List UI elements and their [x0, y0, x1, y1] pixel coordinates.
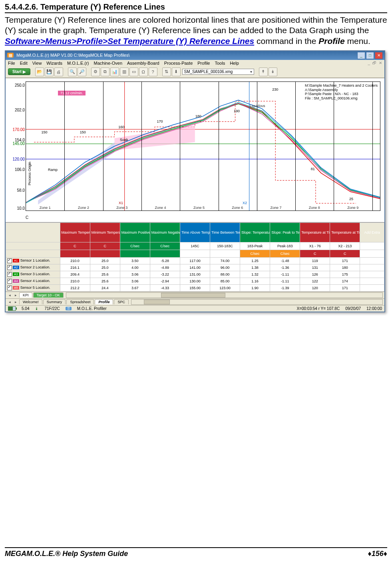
sheet-nav-left[interactable]: ◂	[7, 300, 12, 304]
soak-label: Soak	[120, 138, 128, 142]
tab-spreadsheet[interactable]: Spreadsheet	[66, 299, 94, 304]
liquidous-label: Liquidous	[250, 104, 265, 108]
col-time-between[interactable]: Time Between Temperature	[210, 222, 240, 242]
tool-icon-5[interactable]: ▭	[129, 68, 138, 76]
tab-summary[interactable]: Summary	[43, 299, 66, 304]
col-min-temp[interactable]: Minimum Temperature	[90, 222, 120, 242]
up-down-icon[interactable]: ⇅	[162, 68, 171, 76]
zone-label: Zone 6	[232, 206, 243, 210]
y-ref-label: 170.00	[6, 127, 25, 131]
footer-right: ♦156♦	[368, 550, 387, 558]
window-title-text: MegaM.O.L.E.(r) MAP V1.00 C:\MegaMOLE Ma…	[16, 53, 129, 58]
status-voltage: 5.04	[22, 306, 29, 311]
menu-bar: File Edit View Wizards M.O.L.E.(r) Machi…	[6, 60, 384, 66]
chevron-down-icon: ▾	[250, 70, 252, 74]
file-combo[interactable]: SM_SAMPLE_000106.xmg ▾	[182, 69, 254, 75]
plot-svg	[26, 82, 380, 211]
tab-profile[interactable]: Profile	[95, 299, 113, 304]
zone-setpoint: 150	[42, 130, 48, 134]
tool-icon-4[interactable]: ▥	[120, 68, 129, 76]
tab-welcome[interactable]: Welcome!	[19, 299, 42, 304]
grid-unit-row-2: C/sec C/sec C C	[6, 250, 384, 257]
grid-scrollbar[interactable]	[66, 292, 383, 298]
menu-tools[interactable]: Tools	[215, 61, 225, 66]
col-max-pos-slope[interactable]: Maximum Positive Slope	[120, 222, 150, 242]
table-row[interactable]: A3Sensor 3 Location.209.425.63.06-3.2213…	[6, 271, 384, 278]
kpi-tab-strip: ◂ ▸ KPI Target 10 - OK	[6, 292, 384, 298]
col-add-extra[interactable]: Add Extra	[360, 222, 384, 242]
close-button[interactable]: ✕	[375, 52, 383, 59]
toolbar: Start ▶ 📂 💾 🖨 🔍 🔎 ⚙ ⧉ 📊 ▥ ▭ Ω ? ⇅	[6, 66, 384, 78]
y-ref-label: 120.00	[6, 157, 25, 161]
section-heading: 5.4.4.2.6. Temperature (Y) Reference Lin…	[5, 2, 387, 13]
col-slope-peak-to[interactable]: Slope: Peak to Temperature	[270, 222, 300, 242]
y-tick: 250.0	[6, 83, 25, 87]
zone-label: Zone 5	[193, 206, 205, 210]
save-icon[interactable]: 💾	[45, 68, 54, 76]
intro-paragraph: Temperature (Y) Reference lines are colo…	[5, 15, 387, 46]
tab-kpi[interactable]: KPI	[19, 292, 32, 298]
tool-icon-3[interactable]: 📊	[110, 68, 119, 76]
table-row[interactable]: A1Sensor 1 Location.210.025.03.50-5.2811…	[6, 257, 384, 264]
minimize-button[interactable]: _	[357, 52, 365, 59]
menu-edit[interactable]: Edit	[20, 61, 28, 66]
grid-unit-row-1: C C C/sec C/sec 145C 150-183C 183-Peak P…	[6, 242, 384, 250]
tool-icon-1[interactable]: ⚙	[91, 68, 100, 76]
status-bar: 5.04 🌡 71F/22C ☰ M.O.L.E. Profiler X=00:…	[6, 305, 384, 312]
zone-setpoint: 160	[118, 125, 124, 129]
menu-assembly-board[interactable]: Assembly-Board	[127, 61, 159, 66]
menu-file[interactable]: File	[8, 61, 15, 66]
col-slope-to-peak[interactable]: Slope: Temperature to Peak	[240, 222, 270, 242]
open-icon[interactable]: 📂	[35, 68, 44, 76]
zone-label: Zone 1	[40, 206, 51, 210]
tab-spc[interactable]: SPC	[114, 299, 129, 304]
menu-process-paste[interactable]: Process-Paste	[164, 61, 193, 66]
file-combo-value: SM_SAMPLE_000106.xmg	[184, 70, 233, 74]
zoom-in-icon[interactable]: 🔍	[68, 68, 77, 76]
menu-machine-oven[interactable]: Machine-Oven	[94, 61, 122, 66]
tab-nav-right[interactable]: ▸	[13, 293, 18, 297]
application-screenshot: ▦ MegaM.O.L.E.(r) MAP V1.00 C:\MegaMOLE …	[5, 50, 385, 312]
zoom-out-icon[interactable]: 🔎	[78, 68, 86, 76]
ramp-label: Ramp	[48, 168, 58, 172]
col-max-neg-slope[interactable]: Maximum Negative Slope	[150, 222, 180, 242]
nav-up-icon[interactable]: ↟	[259, 68, 268, 76]
sheet-scrollbar[interactable]	[131, 299, 383, 305]
tab-nav-left[interactable]: ◂	[7, 293, 12, 297]
status-temperature: 71F/22C	[44, 306, 60, 311]
table-row[interactable]: A2Sensor 2 Location.216.125.04.00-4.8914…	[6, 264, 384, 271]
zone-label: Zone 3	[116, 206, 127, 210]
plot-area[interactable]: 71.12 cm/min. M:\Sample Machine_7 Heater…	[26, 81, 380, 211]
zone-label: Zone 4	[155, 206, 166, 210]
col-time-above[interactable]: Time Above Temperature Reference Rising …	[180, 222, 210, 242]
y-tick: 202.0	[6, 108, 25, 112]
menu-wizards[interactable]: Wizards	[46, 61, 62, 66]
table-row[interactable]: A4Sensor 4 Location.210.025.63.06-2.9413…	[6, 278, 384, 284]
reference-link[interactable]: Software>Menus>Profile>Set Temperature (…	[5, 36, 254, 46]
zone-setpoint: 25	[349, 197, 353, 201]
col-temp-x2[interactable]: Temperature at Time Reference	[330, 222, 360, 242]
zone-setpoint: 81	[311, 167, 315, 171]
menu-view[interactable]: View	[32, 61, 42, 66]
y-ref-label: 145.00	[6, 141, 25, 146]
nav-down-icon[interactable]: ↡	[269, 68, 277, 76]
sheet-nav-right[interactable]: ▸	[13, 300, 18, 304]
print-icon[interactable]: 🖨	[54, 68, 63, 76]
menu-help[interactable]: Help	[230, 61, 239, 66]
menu-profile[interactable]: Profile	[197, 61, 210, 66]
tool-icon-6[interactable]: Ω	[139, 68, 148, 76]
menu-mole[interactable]: M.O.L.E.(r)	[67, 61, 89, 66]
down-arrow-icon[interactable]: ⬇	[172, 68, 181, 76]
table-row[interactable]: A5Sensor 5 Location.212.224.43.67-4.3315…	[6, 284, 384, 291]
start-button[interactable]: Start ▶	[8, 68, 30, 75]
tool-icon-2[interactable]: ⧉	[101, 68, 109, 76]
tab-target[interactable]: Target 10 - OK	[33, 292, 64, 298]
help-icon[interactable]: ?	[149, 68, 157, 76]
col-temp-x1[interactable]: Temperature at Time Reference	[300, 222, 330, 242]
col-max-temp[interactable]: Maximum Temperature	[60, 222, 90, 242]
maximize-button[interactable]: □	[366, 52, 374, 59]
y-axis-unit: C	[26, 215, 28, 220]
doc-minimize[interactable]: _	[368, 61, 370, 66]
doc-close[interactable]: ✕	[379, 61, 382, 66]
doc-restore[interactable]: 🗗	[372, 61, 376, 66]
